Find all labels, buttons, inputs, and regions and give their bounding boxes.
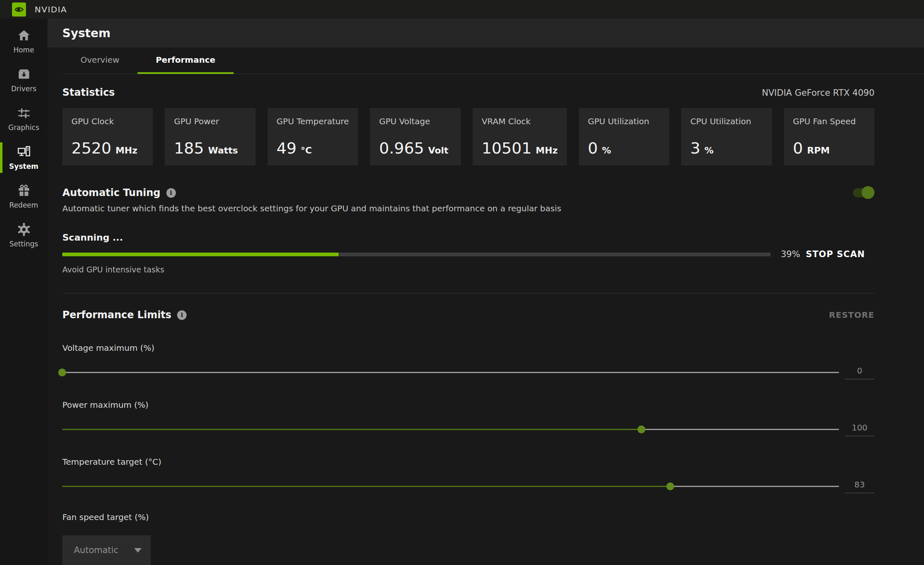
sidebar-item-label: Redeem (9, 201, 38, 209)
fan-speed-target-label: Fan speed target (%) (62, 512, 874, 522)
sidebar-item-drivers[interactable]: Drivers (0, 61, 47, 99)
toggle-knob (862, 186, 874, 199)
fan-speed-dropdown[interactable]: Automatic (62, 535, 151, 565)
statistics-heading: Statistics (62, 87, 115, 98)
settings-icon (17, 222, 31, 236)
stat-card-cpu-utilization: CPU Utilization 3% (681, 108, 772, 165)
page-header: System (47, 19, 924, 47)
power-maximum-value[interactable] (845, 423, 874, 436)
sidebar-item-label: Drivers (11, 85, 36, 93)
tabbar: Overview Performance (62, 47, 924, 74)
sidebar-item-home[interactable]: Home (0, 22, 47, 61)
info-icon[interactable] (166, 188, 176, 198)
sidebar-item-settings[interactable]: Settings (0, 216, 47, 255)
power-maximum-row: Power maximum (%) (62, 400, 874, 435)
page-title: System (62, 26, 111, 40)
automatic-tuning-description: Automatic tuner which finds the best ove… (62, 203, 874, 213)
stat-card-gpu-temperature: GPU Temperature 49°C (268, 108, 358, 165)
voltage-maximum-row: Voltage maximum (%) (62, 343, 874, 378)
scan-status: Scanning ... (62, 232, 874, 243)
automatic-tuning-title: Automatic Tuning (62, 187, 161, 199)
voltage-maximum-slider[interactable] (62, 372, 839, 373)
temperature-target-row: Temperature target (°C) (62, 457, 874, 492)
chevron-down-icon (134, 548, 142, 553)
graphics-icon (17, 106, 31, 120)
sidebar-item-graphics[interactable]: Graphics (0, 99, 47, 138)
nvidia-logo-icon (12, 2, 26, 17)
scan-progress-fill (62, 253, 339, 256)
sidebar: Home Drivers (0, 19, 47, 565)
stop-scan-button[interactable]: STOP SCAN (806, 249, 865, 259)
titlebar: NVIDIA (0, 0, 924, 19)
slider-knob[interactable] (58, 369, 66, 376)
home-icon (17, 28, 31, 43)
redeem-icon (17, 184, 31, 198)
sidebar-item-label: System (9, 162, 38, 170)
performance-limits-title: Performance Limits (62, 309, 171, 321)
temperature-target-slider[interactable] (62, 486, 839, 487)
slider-knob[interactable] (666, 482, 674, 490)
section-divider (62, 293, 874, 293)
sidebar-item-label: Settings (9, 240, 38, 248)
slider-knob[interactable] (637, 426, 645, 433)
stat-card-gpu-utilization: GPU Utilization 0% (579, 108, 669, 165)
fan-speed-selected: Automatic (74, 545, 118, 555)
automatic-tuning-toggle[interactable] (853, 188, 874, 197)
gpu-name: NVIDIA GeForce RTX 4090 (762, 88, 874, 98)
app-title: NVIDIA (35, 5, 67, 14)
info-icon[interactable] (177, 310, 187, 320)
scan-progress-percent: 39% (781, 249, 800, 259)
temperature-target-value[interactable] (845, 480, 874, 493)
drivers-icon (17, 67, 31, 81)
voltage-maximum-value[interactable] (845, 366, 874, 379)
sidebar-item-label: Home (13, 46, 34, 54)
stat-card-vram-clock: VRAM Clock 10501MHz (473, 108, 567, 165)
stat-cards: GPU Clock 2520MHz GPU Power 185Watts GPU… (62, 108, 874, 165)
system-icon (17, 145, 31, 159)
stat-card-gpu-power: GPU Power 185Watts (165, 108, 255, 165)
sidebar-item-system[interactable]: System (0, 138, 47, 177)
restore-button[interactable]: RESTORE (829, 310, 874, 320)
stat-card-gpu-voltage: GPU Voltage 0.965Volt (370, 108, 460, 165)
sidebar-item-redeem[interactable]: Redeem (0, 177, 47, 216)
tab-performance[interactable]: Performance (137, 47, 233, 74)
stat-card-gpu-clock: GPU Clock 2520MHz (62, 108, 153, 165)
tab-overview[interactable]: Overview (62, 47, 137, 74)
stat-card-gpu-fan-speed: GPU Fan Speed 0RPM (784, 108, 874, 165)
sidebar-item-label: Graphics (8, 123, 39, 132)
power-maximum-slider[interactable] (62, 429, 839, 430)
scan-progress-bar (62, 253, 770, 256)
scan-hint: Avoid GPU intensive tasks (62, 265, 874, 274)
